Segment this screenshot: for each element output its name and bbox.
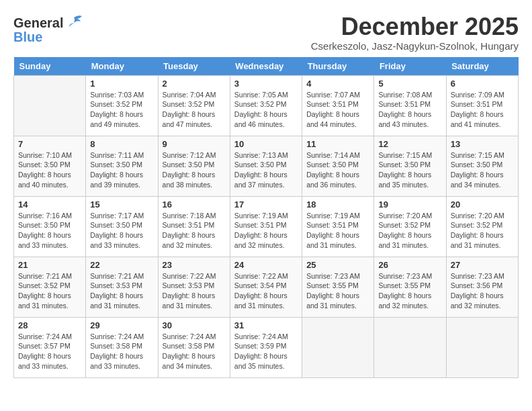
calendar-cell (14, 75, 86, 136)
day-number: 26 (378, 260, 441, 270)
day-number: 8 (90, 139, 153, 149)
day-number: 27 (451, 260, 514, 270)
day-info: Sunrise: 7:11 AM Sunset: 3:50 PM Dayligh… (90, 150, 153, 190)
calendar-cell: 9Sunrise: 7:12 AM Sunset: 3:50 PM Daylig… (158, 136, 230, 196)
calendar-cell: 28Sunrise: 7:24 AM Sunset: 3:57 PM Dayli… (14, 317, 86, 377)
day-number: 5 (378, 79, 441, 89)
day-number: 19 (378, 199, 441, 210)
day-info: Sunrise: 7:22 AM Sunset: 3:53 PM Dayligh… (163, 271, 226, 311)
day-info: Sunrise: 7:15 AM Sunset: 3:50 PM Dayligh… (378, 150, 441, 190)
calendar-cell: 27Sunrise: 7:23 AM Sunset: 3:56 PM Dayli… (446, 257, 518, 317)
day-info: Sunrise: 7:14 AM Sunset: 3:50 PM Dayligh… (306, 150, 369, 190)
location-subtitle: Cserkeszolo, Jasz-Nagykun-Szolnok, Hunga… (311, 40, 519, 52)
header-tuesday: Tuesday (158, 57, 230, 76)
header-wednesday: Wednesday (230, 57, 302, 76)
day-number: 1 (90, 79, 153, 89)
day-number: 31 (234, 320, 298, 330)
calendar-cell: 5Sunrise: 7:08 AM Sunset: 3:51 PM Daylig… (374, 75, 446, 136)
header-saturday: Saturday (446, 57, 518, 76)
day-info: Sunrise: 7:23 AM Sunset: 3:55 PM Dayligh… (378, 271, 441, 311)
logo-bird-icon (64, 13, 83, 32)
day-info: Sunrise: 7:18 AM Sunset: 3:51 PM Dayligh… (163, 211, 226, 250)
day-number: 29 (90, 320, 153, 330)
calendar-header-row: SundayMondayTuesdayWednesdayThursdayFrid… (14, 57, 519, 76)
day-number: 23 (163, 260, 226, 270)
calendar-cell: 20Sunrise: 7:20 AM Sunset: 3:52 PM Dayli… (446, 196, 518, 257)
day-info: Sunrise: 7:12 AM Sunset: 3:50 PM Dayligh… (163, 150, 226, 190)
day-info: Sunrise: 7:21 AM Sunset: 3:52 PM Dayligh… (18, 271, 81, 311)
calendar-cell: 23Sunrise: 7:22 AM Sunset: 3:53 PM Dayli… (158, 257, 230, 317)
day-number: 15 (90, 199, 153, 210)
calendar-cell: 13Sunrise: 7:15 AM Sunset: 3:50 PM Dayli… (446, 136, 518, 196)
calendar-cell: 6Sunrise: 7:09 AM Sunset: 3:51 PM Daylig… (446, 75, 518, 136)
calendar-cell: 18Sunrise: 7:19 AM Sunset: 3:51 PM Dayli… (302, 196, 374, 257)
month-title: December 2025 (311, 13, 519, 40)
day-info: Sunrise: 7:20 AM Sunset: 3:52 PM Dayligh… (451, 211, 514, 250)
header-sunday: Sunday (14, 57, 86, 76)
day-info: Sunrise: 7:24 AM Sunset: 3:57 PM Dayligh… (18, 332, 81, 371)
calendar-cell: 17Sunrise: 7:19 AM Sunset: 3:51 PM Dayli… (230, 196, 302, 257)
day-info: Sunrise: 7:15 AM Sunset: 3:50 PM Dayligh… (451, 150, 514, 190)
day-info: Sunrise: 7:08 AM Sunset: 3:51 PM Dayligh… (378, 90, 441, 130)
day-number: 17 (234, 199, 298, 210)
day-number: 7 (18, 139, 81, 149)
calendar-table: SundayMondayTuesdayWednesdayThursdayFrid… (13, 57, 519, 378)
header-monday: Monday (86, 57, 158, 76)
calendar-cell: 26Sunrise: 7:23 AM Sunset: 3:55 PM Dayli… (374, 257, 446, 317)
calendar-cell: 15Sunrise: 7:17 AM Sunset: 3:50 PM Dayli… (86, 196, 158, 257)
day-info: Sunrise: 7:24 AM Sunset: 3:58 PM Dayligh… (163, 332, 226, 371)
calendar-week-2: 7Sunrise: 7:10 AM Sunset: 3:50 PM Daylig… (14, 136, 519, 196)
day-number: 10 (234, 139, 298, 149)
day-info: Sunrise: 7:09 AM Sunset: 3:51 PM Dayligh… (451, 90, 514, 130)
header-thursday: Thursday (302, 57, 374, 76)
calendar-cell: 31Sunrise: 7:24 AM Sunset: 3:59 PM Dayli… (230, 317, 302, 377)
day-info: Sunrise: 7:16 AM Sunset: 3:50 PM Dayligh… (18, 211, 81, 250)
calendar-cell: 24Sunrise: 7:22 AM Sunset: 3:54 PM Dayli… (230, 257, 302, 317)
calendar-cell: 22Sunrise: 7:21 AM Sunset: 3:53 PM Dayli… (86, 257, 158, 317)
calendar-cell: 10Sunrise: 7:13 AM Sunset: 3:50 PM Dayli… (230, 136, 302, 196)
calendar-cell: 1Sunrise: 7:03 AM Sunset: 3:52 PM Daylig… (86, 75, 158, 136)
page-header: General Blue December 2025 Cserkeszolo, … (13, 13, 519, 52)
day-info: Sunrise: 7:17 AM Sunset: 3:50 PM Dayligh… (90, 211, 153, 250)
day-number: 16 (163, 199, 226, 210)
day-info: Sunrise: 7:21 AM Sunset: 3:53 PM Dayligh… (90, 271, 153, 311)
calendar-cell: 29Sunrise: 7:24 AM Sunset: 3:58 PM Dayli… (86, 317, 158, 377)
day-info: Sunrise: 7:13 AM Sunset: 3:50 PM Dayligh… (234, 150, 298, 190)
calendar-cell (302, 317, 374, 377)
day-info: Sunrise: 7:19 AM Sunset: 3:51 PM Dayligh… (234, 211, 298, 250)
calendar-week-3: 14Sunrise: 7:16 AM Sunset: 3:50 PM Dayli… (14, 196, 519, 257)
day-number: 11 (306, 139, 369, 149)
calendar-cell: 12Sunrise: 7:15 AM Sunset: 3:50 PM Dayli… (374, 136, 446, 196)
day-number: 12 (378, 139, 441, 149)
calendar-cell: 16Sunrise: 7:18 AM Sunset: 3:51 PM Dayli… (158, 196, 230, 257)
header-friday: Friday (374, 57, 446, 76)
day-info: Sunrise: 7:22 AM Sunset: 3:54 PM Dayligh… (234, 271, 298, 311)
day-info: Sunrise: 7:05 AM Sunset: 3:52 PM Dayligh… (234, 90, 298, 130)
calendar-cell: 11Sunrise: 7:14 AM Sunset: 3:50 PM Dayli… (302, 136, 374, 196)
calendar-cell (374, 317, 446, 377)
logo: General Blue (13, 13, 83, 45)
calendar-cell: 19Sunrise: 7:20 AM Sunset: 3:52 PM Dayli… (374, 196, 446, 257)
day-info: Sunrise: 7:23 AM Sunset: 3:55 PM Dayligh… (306, 271, 369, 311)
day-number: 13 (451, 139, 514, 149)
calendar-cell: 3Sunrise: 7:05 AM Sunset: 3:52 PM Daylig… (230, 75, 302, 136)
day-number: 14 (18, 199, 81, 210)
calendar-week-4: 21Sunrise: 7:21 AM Sunset: 3:52 PM Dayli… (14, 257, 519, 317)
calendar-cell (446, 317, 518, 377)
day-number: 3 (234, 79, 298, 89)
calendar-cell: 2Sunrise: 7:04 AM Sunset: 3:52 PM Daylig… (158, 75, 230, 136)
title-block: December 2025 Cserkeszolo, Jasz-Nagykun-… (311, 13, 519, 52)
day-info: Sunrise: 7:20 AM Sunset: 3:52 PM Dayligh… (378, 211, 441, 250)
calendar-week-1: 1Sunrise: 7:03 AM Sunset: 3:52 PM Daylig… (14, 75, 519, 136)
logo-blue: Blue (13, 30, 42, 45)
day-info: Sunrise: 7:07 AM Sunset: 3:51 PM Dayligh… (306, 90, 369, 130)
day-info: Sunrise: 7:03 AM Sunset: 3:52 PM Dayligh… (90, 90, 153, 130)
day-number: 28 (18, 320, 81, 330)
day-number: 30 (163, 320, 226, 330)
calendar-cell: 30Sunrise: 7:24 AM Sunset: 3:58 PM Dayli… (158, 317, 230, 377)
day-number: 2 (163, 79, 226, 89)
day-number: 25 (306, 260, 369, 270)
day-number: 18 (306, 199, 369, 210)
day-info: Sunrise: 7:24 AM Sunset: 3:59 PM Dayligh… (234, 332, 298, 371)
day-number: 20 (451, 199, 514, 210)
